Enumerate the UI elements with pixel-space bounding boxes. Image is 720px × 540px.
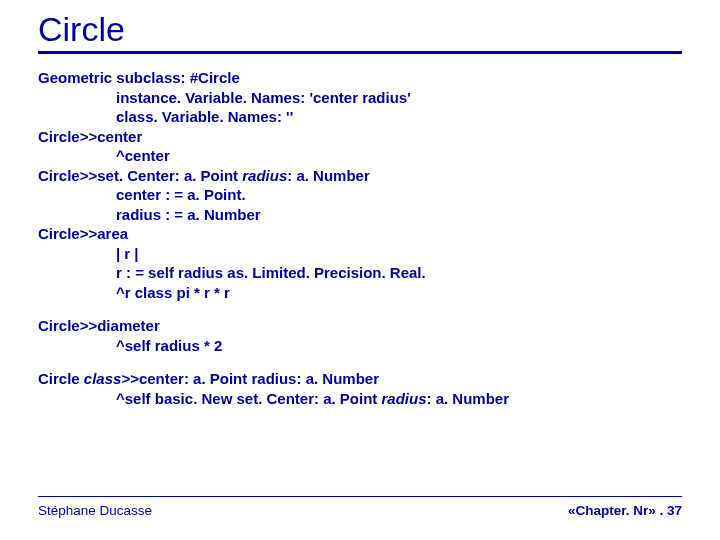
footer-author: Stéphane Ducasse bbox=[38, 503, 152, 518]
blank-line bbox=[38, 302, 682, 316]
code-line: instance. Variable. Names: 'center radiu… bbox=[38, 88, 682, 108]
code-line: Geometric subclass: #Circle bbox=[38, 68, 682, 88]
code-span: Circle bbox=[38, 370, 84, 387]
title-rule-thin bbox=[38, 53, 682, 54]
code-line: radius : = a. Number bbox=[38, 205, 682, 225]
page-title: Circle bbox=[38, 10, 682, 49]
code-span: : a. Number bbox=[287, 167, 370, 184]
code-span-italic: class bbox=[84, 370, 122, 387]
code-line: Circle>>diameter bbox=[38, 316, 682, 336]
code-line: ^self radius * 2 bbox=[38, 336, 682, 356]
slide: Circle Geometric subclass: #Circle insta… bbox=[0, 0, 720, 540]
code-line: Circle>>area bbox=[38, 224, 682, 244]
blank-line bbox=[38, 355, 682, 369]
footer: Stéphane Ducasse «Chapter. Nr» . 37 bbox=[38, 496, 682, 518]
code-line: Circle>>center bbox=[38, 127, 682, 147]
code-line: ^r class pi * r * r bbox=[38, 283, 682, 303]
code-span: Circle>>set. Center: a. Point bbox=[38, 167, 242, 184]
code-line: ^self basic. New set. Center: a. Point r… bbox=[38, 389, 682, 409]
code-line: Circle>>set. Center: a. Point radius: a.… bbox=[38, 166, 682, 186]
code-line: Circle class>>center: a. Point radius: a… bbox=[38, 369, 682, 389]
code-line: r : = self radius as. Limited. Precision… bbox=[38, 263, 682, 283]
code-line: class. Variable. Names: '' bbox=[38, 107, 682, 127]
code-span: >>center: a. Point radius: a. Number bbox=[121, 370, 379, 387]
code-span-italic: radius bbox=[242, 167, 287, 184]
code-line: ^center bbox=[38, 146, 682, 166]
code-span: : a. Number bbox=[427, 390, 510, 407]
code-block: Geometric subclass: #Circle instance. Va… bbox=[38, 68, 682, 408]
code-span: ^self basic. New set. Center: a. Point bbox=[116, 390, 382, 407]
footer-rule bbox=[38, 496, 682, 497]
footer-row: Stéphane Ducasse «Chapter. Nr» . 37 bbox=[38, 503, 682, 518]
footer-pager: «Chapter. Nr» . 37 bbox=[568, 503, 682, 518]
code-span-italic: radius bbox=[382, 390, 427, 407]
code-line: | r | bbox=[38, 244, 682, 264]
code-line: center : = a. Point. bbox=[38, 185, 682, 205]
